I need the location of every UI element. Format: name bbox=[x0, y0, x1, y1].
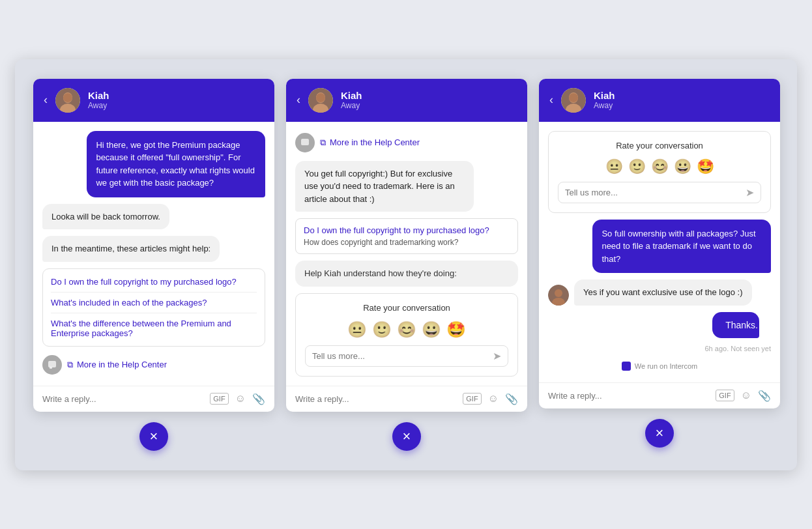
back-button-2[interactable]: ‹ bbox=[297, 93, 300, 107]
attach-button-1[interactable]: 📎 bbox=[252, 393, 265, 405]
chat-panel-2: ‹ Kiah Away bbox=[286, 79, 527, 412]
help-center-link-1[interactable]: ⧉ More in the Help Center bbox=[67, 353, 167, 377]
message-bubble-left-4: Yes if you want exclusive use of the log… bbox=[574, 279, 752, 306]
agent-avatar-1 bbox=[55, 88, 80, 113]
chat-footer-3: GIF ☺ 📎 bbox=[539, 382, 780, 408]
rate-input-3[interactable] bbox=[565, 188, 746, 197]
screenshot-wrapper: ‹ Kiah Away Hi there, we got the Premi bbox=[15, 59, 797, 470]
fab-row-1: × bbox=[139, 422, 168, 451]
svg-point-9 bbox=[316, 93, 325, 102]
attach-button-3[interactable]: 📎 bbox=[758, 390, 771, 402]
back-button-1[interactable]: ‹ bbox=[44, 93, 48, 107]
agent-info-2: Kiah Away bbox=[341, 90, 362, 110]
emoji-1-3[interactable]: 😐 bbox=[605, 158, 623, 175]
panel-1-wrapper: ‹ Kiah Away Hi there, we got the Premi bbox=[33, 79, 274, 451]
rate-input-row-3: ➤ bbox=[558, 182, 761, 203]
emoji-4-2[interactable]: 😀 bbox=[422, 321, 441, 339]
svg-rect-4 bbox=[48, 361, 56, 367]
rate-block-2: Rate your conversation 😐 🙂 😊 😀 🤩 ➤ bbox=[295, 293, 518, 377]
bot-icon-2 bbox=[295, 133, 315, 152]
agent-status-3: Away bbox=[594, 101, 615, 110]
emoji-row-3: 😐 🙂 😊 😀 🤩 bbox=[558, 158, 761, 175]
attach-button-2[interactable]: 📎 bbox=[505, 393, 518, 405]
agent-avatar-msg-3 bbox=[548, 285, 569, 306]
help-center-row-1: ⧉ More in the Help Center bbox=[42, 353, 265, 377]
emoji-5-3[interactable]: 🤩 bbox=[697, 158, 714, 175]
bot-icon-1 bbox=[42, 355, 62, 375]
svg-rect-5 bbox=[50, 367, 52, 369]
article-subtitle-2: How does copyright and trademarking work… bbox=[304, 238, 510, 247]
message-bubble-right-1: Hi there, we got the Premium package bec… bbox=[87, 131, 265, 197]
footer-icons-1: GIF ☺ 📎 bbox=[210, 393, 265, 405]
close-fab-3[interactable]: × bbox=[645, 419, 674, 448]
send-icon-2[interactable]: ➤ bbox=[493, 350, 501, 362]
agent-avatar-3 bbox=[561, 88, 586, 113]
chat-header-3: ‹ Kiah Away bbox=[539, 79, 780, 122]
chat-panel-1: ‹ Kiah Away Hi there, we got the Premi bbox=[33, 79, 274, 412]
gif-button-3[interactable]: GIF bbox=[716, 390, 734, 401]
panel-2-wrapper: ‹ Kiah Away bbox=[286, 79, 527, 451]
reply-input-3[interactable] bbox=[548, 391, 710, 401]
emoji-2-3[interactable]: 🙂 bbox=[628, 158, 646, 175]
emoji-3-3[interactable]: 😊 bbox=[651, 158, 669, 175]
emoji-2-2[interactable]: 🙂 bbox=[372, 321, 392, 339]
chat-footer-1: GIF ☺ 📎 bbox=[33, 386, 274, 412]
rate-input-row-2: ➤ bbox=[305, 345, 508, 367]
help-prompt-2: Help Kiah understand how they're doing: bbox=[295, 261, 518, 287]
emoji-button-3[interactable]: ☺ bbox=[741, 390, 751, 401]
emoji-1-2[interactable]: 😐 bbox=[347, 321, 367, 339]
gif-button-2[interactable]: GIF bbox=[463, 393, 481, 405]
rate-title-3: Rate your conversation bbox=[558, 141, 761, 150]
article-block-2[interactable]: Do I own the full copyright to my purcha… bbox=[295, 218, 518, 254]
chat-panel-3: ‹ Kiah Away Rate your conve bbox=[539, 79, 780, 408]
gif-button-1[interactable]: GIF bbox=[210, 393, 228, 405]
back-button-3[interactable]: ‹ bbox=[549, 93, 553, 107]
fab-row-2: × bbox=[392, 422, 421, 451]
svg-point-16 bbox=[555, 289, 562, 297]
emoji-5-2[interactable]: 🤩 bbox=[446, 321, 466, 339]
reply-input-1[interactable] bbox=[42, 394, 205, 404]
emoji-4-3[interactable]: 😀 bbox=[674, 158, 691, 175]
message-bubble-right-3: So full ownership with all packages? Jus… bbox=[592, 220, 771, 274]
svg-point-3 bbox=[63, 93, 72, 102]
emoji-row-2: 😐 🙂 😊 😀 🤩 bbox=[305, 321, 508, 339]
article-link-3[interactable]: What's the difference between the Premiu… bbox=[51, 313, 257, 343]
article-link-1[interactable]: Do I own the full copyright to my purcha… bbox=[51, 272, 257, 293]
reply-input-2[interactable] bbox=[295, 394, 457, 404]
emoji-button-2[interactable]: ☺ bbox=[488, 393, 499, 405]
svg-point-14 bbox=[569, 93, 578, 102]
chat-body-2[interactable]: ⧉ More in the Help Center You get full c… bbox=[286, 122, 527, 386]
article-links-block: Do I own the full copyright to my purcha… bbox=[42, 268, 265, 347]
agent-status-2: Away bbox=[341, 101, 362, 110]
footer-icons-2: GIF ☺ 📎 bbox=[463, 393, 518, 405]
intercom-logo-3 bbox=[622, 362, 631, 371]
intercom-row-3: We run on Intercom bbox=[548, 359, 771, 373]
agent-info-1: Kiah Away bbox=[88, 90, 109, 110]
chat-header-2: ‹ Kiah Away bbox=[286, 79, 527, 122]
rate-input-2[interactable] bbox=[312, 351, 493, 361]
intercom-text-3: We run on Intercom bbox=[635, 362, 697, 370]
emoji-3-2[interactable]: 😊 bbox=[397, 321, 416, 339]
thanks-bubble-wrapper: Thanks. bbox=[712, 312, 771, 338]
send-icon-3[interactable]: ➤ bbox=[746, 186, 754, 199]
chat-body-3[interactable]: Rate your conversation 😐 🙂 😊 😀 🤩 ➤ So f bbox=[539, 122, 780, 382]
message-bubble-left-2: In the meantime, these articles might he… bbox=[42, 236, 220, 262]
rate-title-2: Rate your conversation bbox=[305, 303, 508, 313]
agent-name-2: Kiah bbox=[341, 90, 362, 101]
close-fab-2[interactable]: × bbox=[392, 422, 421, 451]
message-bubble-right-thanks: Thanks. bbox=[712, 312, 759, 338]
chat-footer-2: GIF ☺ 📎 bbox=[286, 386, 527, 412]
article-link-2[interactable]: What's included in each of the packages? bbox=[51, 293, 257, 313]
fab-row-3: × bbox=[645, 419, 674, 448]
emoji-button-1[interactable]: ☺ bbox=[235, 393, 246, 405]
message-time-3: 6h ago. Not seen yet bbox=[548, 345, 771, 352]
close-fab-1[interactable]: × bbox=[139, 422, 168, 451]
help-center-link-top-2[interactable]: ⧉ More in the Help Center bbox=[320, 131, 420, 154]
message-bubble-left-1: Looka will be back tomorrow. bbox=[42, 204, 169, 230]
chat-header-1: ‹ Kiah Away bbox=[33, 79, 274, 122]
panel-3-wrapper: ‹ Kiah Away Rate your conve bbox=[539, 79, 780, 448]
svg-rect-10 bbox=[301, 139, 309, 145]
agent-status-1: Away bbox=[88, 101, 109, 110]
help-center-row-2: ⧉ More in the Help Center bbox=[295, 131, 518, 154]
chat-body-1[interactable]: Hi there, we got the Premium package bec… bbox=[33, 122, 274, 386]
